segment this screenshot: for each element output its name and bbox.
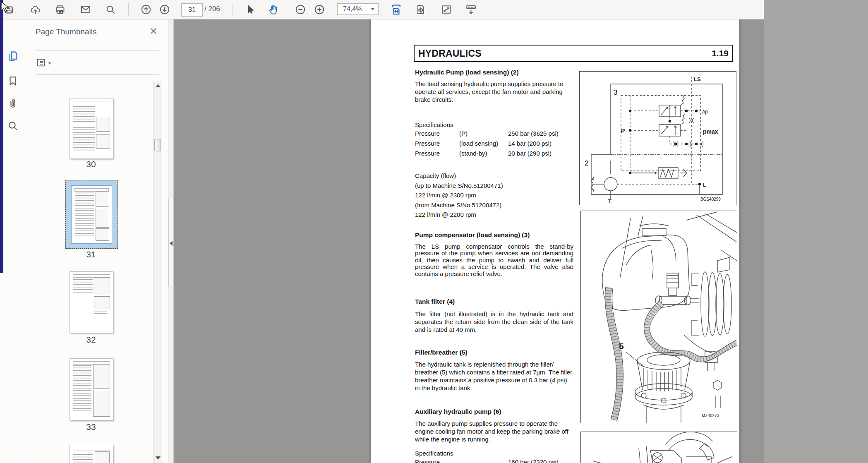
spec-row: Pressure (stand-by) 20 bar (290 psi) [415,149,573,158]
close-icon [149,26,158,37]
thumbnail-list: 30 31 32 [26,81,168,463]
zoom-level-value: 74,4% [343,5,362,13]
mouse-cursor [0,1,11,13]
fit-width-icon [391,4,402,15]
figure-filler-breather-illustration: 5 MZ40273 [580,211,737,423]
capacity-line: 122 l/min @ 2300 rpm [415,190,573,200]
bookmarks-panel-button[interactable] [6,75,19,89]
scroll-up-icon[interactable] [156,84,161,87]
hand-tool-button[interactable] [266,2,280,17]
thumbnail-scrollbar[interactable] [153,81,162,463]
section-heading: Auxiliary hydraulic pump (6) [415,408,573,415]
fullscreen-button[interactable] [439,2,453,17]
document-viewport[interactable]: HYDRAULICS 1.19 Hydraulic Pump (load sen… [174,19,764,463]
spec-row: Pressure (P) 250 bar (3625 psi) [415,129,573,139]
attachments-panel-button[interactable] [6,98,19,111]
window-right-edge [764,0,764,463]
thumbnail-page-31-selected[interactable] [65,180,118,249]
section-body: The auxiliary pump supplies pressure to … [415,420,573,443]
spec-value: 14 bar (200 psi) [508,139,551,149]
print-button[interactable] [53,2,67,17]
page-number-input[interactable] [181,3,203,17]
panel-close-button[interactable] [148,26,159,37]
share-button[interactable] [28,2,42,17]
thumbnail-label: 32 [61,335,121,345]
chevron-down-icon [371,8,375,10]
fit-page-icon [415,4,427,15]
fig1-label-t: T [608,198,611,204]
spec-qualifier: (stand-by) [459,149,508,158]
thumbnail-page-30[interactable] [70,98,113,159]
capacity-block: Capacity (flow) (up to Machine S/No.5120… [415,171,573,220]
arrow-up-circle-icon [140,4,152,15]
zoom-out-button[interactable] [293,2,307,17]
capacity-line: (from Machine S/No.51200472) [415,200,573,210]
navigation-rail [0,19,26,463]
scrollbar-thumb[interactable] [154,139,161,151]
figure-id: MZ40273 [702,413,719,418]
next-page-button[interactable] [158,2,172,17]
spec-row: Pressure 160 bar (2320 psi) [415,457,573,463]
specs-label: Specifications [415,449,573,457]
thumbnail-options-button[interactable] [36,57,54,70]
options-list-icon [36,57,47,70]
spec-name: Pressure [415,149,459,158]
fig1-label-dp: ∆p [702,109,708,115]
fit-width-button[interactable] [389,2,403,17]
minus-circle-icon [295,4,306,15]
thumbnail-page-32[interactable] [70,271,113,333]
zoom-in-button[interactable] [312,2,326,17]
fit-page-button[interactable] [414,2,428,17]
presentation-mode-button[interactable] [464,2,478,17]
cloud-upload-icon [30,4,41,15]
fig1-label-2: 2 [585,159,588,167]
page-count-label: / 206 [204,5,220,13]
thumbnail-page-partial[interactable] [70,445,113,463]
spec-qualifier: (load sensing) [459,139,508,149]
previous-page-button[interactable] [139,2,153,17]
cursor-arrow-icon [245,4,256,15]
fig1-label-l: L [703,182,706,188]
paperclip-icon [7,98,19,111]
email-icon [80,4,91,15]
schematic-drawing: 3 LS ∆p P pmax 2 T L BGS40299 [580,72,736,205]
thumbnail-label: 31 [61,249,121,259]
thumbnail-page-33[interactable] [70,358,113,420]
section-body: The hydraulic tank is replenished throug… [415,360,573,392]
select-tool-button[interactable] [243,2,257,17]
figure-hydraulic-schematic: 3 LS ∆p P pmax 2 T L BGS40299 [579,71,736,205]
panel-resize-gutter[interactable] [168,19,174,463]
spec-name: Pressure [415,129,459,139]
spec-value: 160 bar (2320 psi) [508,457,559,463]
toolbar-divider [128,3,129,16]
hand-icon [267,4,279,16]
scroll-down-icon[interactable] [156,456,161,460]
fig2-callout-5: 5 [619,341,624,351]
page-title: HYDRAULICS [418,48,482,59]
pages-icon [7,50,19,65]
window-edge-accent [0,0,3,273]
fullscreen-icon [441,4,452,15]
capacity-line: 122 l/min @ 2200 rpm [415,210,573,220]
search-button[interactable] [103,2,117,17]
plus-circle-icon [314,4,325,15]
thumbnail-label: 30 [61,159,121,169]
panel-separator [36,74,159,75]
capacity-line: (up to Machine S/No.51200471) [415,181,573,191]
fig1-label-pmax: pmax [703,128,718,135]
magnifier-icon [7,120,19,134]
fig1-label-ls: LS [694,76,701,82]
panel-separator [36,50,159,50]
email-button[interactable] [79,2,93,17]
page-thumbnails-panel-button[interactable] [6,50,19,64]
section-heading: Hydraulic Pump (load sensing) (2) [415,69,573,76]
spec-name: Pressure [415,139,459,149]
zoom-level-dropdown[interactable]: 74,4% [337,3,379,15]
figure-id: BGS40299 [700,197,721,202]
capacity-line: Capacity (flow) [415,171,573,181]
find-panel-button[interactable] [6,120,19,133]
text-column: Hydraulic Pump (load sensing) (2) The lo… [415,69,573,463]
spec-row: Pressure (load sensing) 14 bar (200 psi) [415,139,573,149]
page-section-number: 1.19 [712,48,729,58]
panel-collapse-handle[interactable] [168,197,173,288]
